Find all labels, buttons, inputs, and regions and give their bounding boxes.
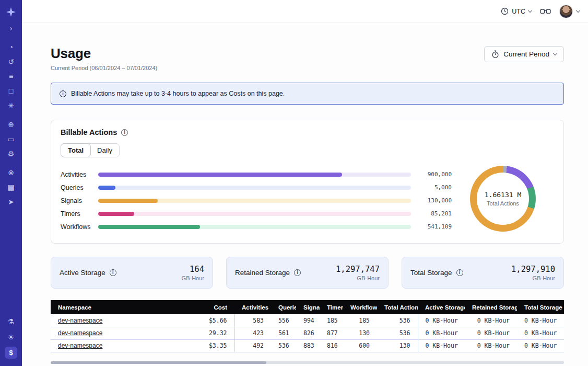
info-icon[interactable]: i [456,269,463,276]
stat-label-wrap: Retained Storagei [235,269,301,277]
donut-wrap: 1.66131 M Total Actions [452,165,554,233]
cell: 185 [343,314,377,327]
cell: 536 [377,327,418,339]
stat-unit: GB-Hour [182,275,204,281]
sidebar-item-settings-icon[interactable]: ⚙ [5,147,17,159]
stat-unit: GB-Hour [511,275,555,281]
sidebar-item-billing-card-icon[interactable]: ▭ [5,133,17,145]
sidebar-item-theme-icon[interactable]: ☀ [5,331,17,343]
chevron-down-icon [576,8,580,13]
cell: 561 [271,327,296,339]
sidebar-item-getting-started-icon[interactable]: ➤ [5,196,17,208]
timezone-selector[interactable]: UTC [501,7,532,15]
namespace-link[interactable]: dev-namespace [58,342,102,349]
cell: 492 [234,339,271,352]
stat-value-wrap: 1,297,910GB-Hour [511,265,555,281]
bar-value: 5,000 [418,184,452,191]
cell: 185 [320,314,343,327]
sidebar-item-schedules-icon[interactable]: ↺ [5,55,17,67]
cell: 536 [271,339,296,352]
cell: 0 KB-Hour [517,327,564,339]
info-icon[interactable]: i [294,269,301,276]
bar-track [98,212,411,216]
cell: 883 [296,339,320,352]
column-header-total-storage: Total Storage [517,300,564,314]
avatar [559,5,573,18]
info-icon[interactable]: i [110,269,116,276]
horizontal-scrollbar[interactable] [51,361,564,364]
stat-label-wrap: Active Storagei [60,269,116,277]
stopwatch-icon [491,50,499,59]
cell: 0 KB-Hour [465,314,517,327]
sidebar-item-usage-icon[interactable]: $ [5,347,17,359]
stat-card-retained-storage: Retained Storagei1,297,747GB-Hour [226,257,389,289]
cell: 29.32 [180,327,234,339]
cell: 816 [320,339,343,352]
card-title: Billable Actions [61,128,117,136]
bar-fill [98,173,342,177]
page-header: Usage Current Period (06/01/2024 – 07/01… [51,45,564,71]
storage-stats: Active Storagei164GB-HourRetained Storag… [51,257,564,289]
usage-table-body: dev-namespace$5.665835569941851855360 KB… [51,314,564,352]
column-header-activities: Activities [234,300,271,314]
cell: 826 [296,327,320,339]
sidebar-item-workflows-icon[interactable]: ◔ [5,41,17,53]
sidebar-item-deployments-icon[interactable]: □ [5,85,17,97]
info-icon: i [60,90,66,97]
cell: 0 KB-Hour [465,339,517,352]
tab-daily[interactable]: Daily [90,144,119,157]
cell: $5.66 [180,314,234,327]
info-icon[interactable]: i [121,129,128,136]
usage-table: NamespaceCostActivitiesQueriesSignalsTim… [51,300,564,352]
period-selector-button[interactable]: Current Period [484,46,564,62]
stat-label: Active Storage [60,269,105,277]
namespace-link[interactable]: dev-namespace [58,317,102,324]
cell: 0 KB-Hour [517,314,564,327]
info-banner: i Billable Actions may take up to 3-4 ho… [51,83,564,105]
sidebar-item-close-circle-icon[interactable]: ⊗ [5,166,17,178]
namespace-link[interactable]: dev-namespace [58,329,102,337]
sidebar-item-stack-icon[interactable]: ≡ [5,70,17,82]
billable-bars: Activities900,000Queries5,000Signals130,… [61,165,452,233]
billable-tabs: TotalDaily [61,143,120,157]
column-header-namespace: Namespace [51,300,180,314]
stat-card-total-storage: Total Storagei1,297,910GB-Hour [402,257,564,289]
bar-fill [98,225,200,229]
bar-label: Signals [61,197,98,204]
stat-value-wrap: 1,297,747GB-Hour [336,265,380,281]
stat-label-wrap: Total Storagei [410,269,463,277]
donut-total-value: 1.66131 M [485,191,521,199]
user-menu[interactable] [559,5,580,18]
info-banner-text: Billable Actions may take up to 3-4 hour… [71,90,285,97]
sidebar-item-expand-icon[interactable]: › [5,22,17,34]
sidebar-item-nexus-icon[interactable]: ✳ [5,99,17,111]
timezone-label: UTC [512,8,525,15]
sidebar: ›◔↺≡□✳⊕▭⚙⊗▤➤⚗☀$ [0,0,22,366]
cell: $3.35 [180,339,234,352]
bar-label: Activities [61,171,98,178]
scrollbar-thumb[interactable] [51,361,266,364]
column-header-retained-storage: Retained Storage [465,300,517,314]
cell: 423 [234,327,271,339]
support-button[interactable] [540,8,551,15]
page-title: Usage [51,45,157,62]
cell: 600 [343,339,377,352]
bar-value: 541,109 [418,223,452,230]
chevron-down-icon [553,51,557,55]
cell: 583 [234,314,271,327]
tab-total[interactable]: Total [61,143,91,157]
cell: dev-namespace [51,314,180,327]
app-logo-icon[interactable] [4,5,18,19]
donut-total-label: Total Actions [487,200,519,207]
bar-track [98,173,411,177]
bar-value: 85,201 [418,210,452,217]
cell: 130 [343,327,377,339]
cell: 556 [271,314,296,327]
column-header-queries: Queries [271,300,296,314]
sidebar-group-g0: › [5,22,17,34]
bar-fill [98,186,115,190]
sidebar-item-labs-icon[interactable]: ⚗ [5,315,17,327]
sidebar-item-docs-icon[interactable]: ▤ [5,181,17,193]
bar-label: Workflows [61,223,98,231]
sidebar-item-globe-icon[interactable]: ⊕ [5,118,17,130]
